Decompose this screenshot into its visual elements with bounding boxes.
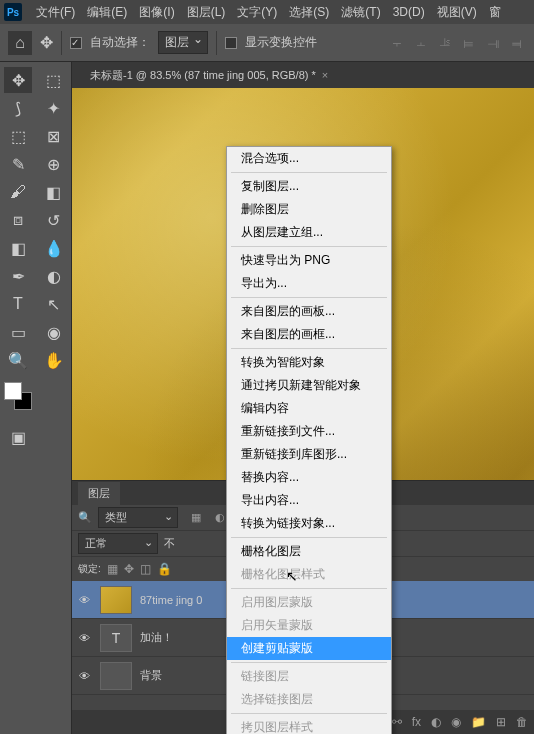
context-menu-item[interactable]: 快速导出为 PNG xyxy=(227,249,391,272)
menu-window[interactable]: 窗 xyxy=(483,4,507,21)
lock-pixels-icon[interactable]: ▦ xyxy=(107,562,118,576)
blend-mode-select[interactable]: 正常 xyxy=(78,533,158,554)
crop-tool[interactable]: ⬚ xyxy=(4,123,32,149)
history-brush-tool[interactable]: ↺ xyxy=(40,207,68,233)
lock-artboard-icon[interactable]: ◫ xyxy=(140,562,151,576)
wand-tool[interactable]: ✦ xyxy=(40,95,68,121)
layers-tab[interactable]: 图层 xyxy=(78,482,120,505)
hand-tool[interactable]: ✋ xyxy=(40,347,68,373)
heal-tool[interactable]: ⊕ xyxy=(40,151,68,177)
color-swatches[interactable] xyxy=(4,382,32,410)
context-menu-item[interactable]: 重新链接到文件... xyxy=(227,420,391,443)
context-menu-item[interactable]: 导出为... xyxy=(227,272,391,295)
menu-file[interactable]: 文件(F) xyxy=(30,4,81,21)
brush-tool[interactable]: 🖌 xyxy=(4,179,32,205)
align-top-icon[interactable]: ⫢ xyxy=(460,34,478,52)
context-menu: 混合选项...复制图层...删除图层从图层建立组...快速导出为 PNG导出为.… xyxy=(226,146,392,734)
gradient-tool[interactable]: ◧ xyxy=(4,235,32,261)
fx-icon[interactable]: fx xyxy=(412,715,421,729)
group-icon[interactable]: 📁 xyxy=(471,715,486,729)
fg-color-swatch[interactable] xyxy=(4,382,22,400)
menu-filter[interactable]: 滤镜(T) xyxy=(335,4,386,21)
type-tool[interactable]: T xyxy=(4,291,32,317)
filter-pixel-icon[interactable]: ▦ xyxy=(188,510,204,526)
context-menu-item[interactable]: 转换为智能对象 xyxy=(227,351,391,374)
home-button[interactable]: ⌂ xyxy=(8,31,32,55)
show-transform-checkbox[interactable] xyxy=(225,37,237,49)
rectangle-tool[interactable]: ▭ xyxy=(4,319,32,345)
options-bar: ⌂ ✥ 自动选择： 图层 显示变换控件 ⫟ ⫠ ⫡ ⫢ ⫣ ⫤ xyxy=(0,24,534,62)
opacity-label: 不 xyxy=(164,536,175,551)
context-menu-item[interactable]: 创建剪贴蒙版 xyxy=(227,637,391,660)
path-tool[interactable]: ↖ xyxy=(40,291,68,317)
clone-tool[interactable]: ⧈ xyxy=(4,207,32,233)
document-tab[interactable]: 未标题-1 @ 83.5% (87 time jing 005, RGB/8) … xyxy=(82,64,336,87)
align-left-icon[interactable]: ⫟ xyxy=(388,34,406,52)
move-tool-icon: ✥ xyxy=(40,33,53,52)
trash-icon[interactable]: 🗑 xyxy=(516,715,528,729)
context-menu-item[interactable]: 混合选项... xyxy=(227,147,391,170)
eraser-tool[interactable]: ◧ xyxy=(40,179,68,205)
visibility-icon[interactable]: 👁 xyxy=(76,594,92,606)
dodge-tool[interactable]: ◐ xyxy=(40,263,68,289)
lock-all-icon[interactable]: 🔒 xyxy=(157,562,172,576)
shape-tool[interactable]: ◉ xyxy=(40,319,68,345)
new-layer-icon[interactable]: ⊞ xyxy=(496,715,506,729)
visibility-icon[interactable]: 👁 xyxy=(76,632,92,644)
divider xyxy=(216,31,217,55)
context-menu-item[interactable]: 栅格化图层 xyxy=(227,540,391,563)
menu-3d[interactable]: 3D(D) xyxy=(387,5,431,19)
context-menu-item: 启用矢量蒙版 xyxy=(227,614,391,637)
lock-position-icon[interactable]: ✥ xyxy=(124,562,134,576)
context-menu-item[interactable]: 通过拷贝新建智能对象 xyxy=(227,374,391,397)
menu-image[interactable]: 图像(I) xyxy=(133,4,180,21)
close-icon[interactable]: × xyxy=(322,69,328,81)
context-menu-item: 拷贝图层样式 xyxy=(227,716,391,734)
lock-label: 锁定: xyxy=(78,562,101,576)
visibility-icon[interactable]: 👁 xyxy=(76,670,92,682)
filter-kind-icon[interactable]: 🔍 xyxy=(78,511,92,524)
context-menu-item[interactable]: 导出内容... xyxy=(227,489,391,512)
move-tool[interactable]: ✥ xyxy=(4,67,32,93)
menu-select[interactable]: 选择(S) xyxy=(283,4,335,21)
context-menu-item[interactable]: 替换内容... xyxy=(227,466,391,489)
menu-layer[interactable]: 图层(L) xyxy=(181,4,232,21)
auto-select-target[interactable]: 图层 xyxy=(158,31,208,54)
align-bottom-icon[interactable]: ⫤ xyxy=(508,34,526,52)
align-center-icon[interactable]: ⫠ xyxy=(412,34,430,52)
context-menu-item[interactable]: 从图层建立组... xyxy=(227,221,391,244)
context-menu-item[interactable]: 转换为链接对象... xyxy=(227,512,391,535)
menu-type[interactable]: 文字(Y) xyxy=(231,4,283,21)
auto-select-checkbox[interactable] xyxy=(70,37,82,49)
zoom-tool[interactable]: 🔍 xyxy=(4,347,32,373)
ps-logo-icon: Ps xyxy=(4,3,22,21)
layer-thumbnail[interactable] xyxy=(100,586,132,614)
pen-tool[interactable]: ✒ xyxy=(4,263,32,289)
align-right-icon[interactable]: ⫡ xyxy=(436,34,454,52)
quickmask-tool[interactable]: ▣ xyxy=(4,424,32,450)
context-menu-item[interactable]: 编辑内容 xyxy=(227,397,391,420)
eyedropper-tool[interactable]: ✎ xyxy=(4,151,32,177)
lasso-tool[interactable]: ⟆ xyxy=(4,95,32,121)
adjustment-icon[interactable]: ◉ xyxy=(451,715,461,729)
context-menu-item[interactable]: 删除图层 xyxy=(227,198,391,221)
layer-thumbnail[interactable]: T xyxy=(100,624,132,652)
align-middle-icon[interactable]: ⫣ xyxy=(484,34,502,52)
context-menu-item[interactable]: 重新链接到库图形... xyxy=(227,443,391,466)
context-menu-item[interactable]: 来自图层的画框... xyxy=(227,323,391,346)
menu-edit[interactable]: 编辑(E) xyxy=(81,4,133,21)
context-menu-separator xyxy=(231,172,387,173)
context-menu-item[interactable]: 复制图层... xyxy=(227,175,391,198)
context-menu-separator xyxy=(231,246,387,247)
frame-tool[interactable]: ⊠ xyxy=(40,123,68,149)
layer-thumbnail[interactable] xyxy=(100,662,132,690)
marquee-tool[interactable]: ⬚ xyxy=(40,67,68,93)
link-layers-icon[interactable]: ⚯ xyxy=(392,715,402,729)
mask-icon[interactable]: ◐ xyxy=(431,715,441,729)
filter-kind-select[interactable]: 类型 xyxy=(98,507,178,528)
context-menu-item[interactable]: 来自图层的画板... xyxy=(227,300,391,323)
blur-tool[interactable]: 💧 xyxy=(40,235,68,261)
toolbar-col2: ⬚ ✦ ⊠ ⊕ ◧ ↺ 💧 ◐ ↖ ◉ ✋ xyxy=(36,62,72,734)
show-transform-label: 显示变换控件 xyxy=(245,34,317,51)
menu-view[interactable]: 视图(V) xyxy=(431,4,483,21)
